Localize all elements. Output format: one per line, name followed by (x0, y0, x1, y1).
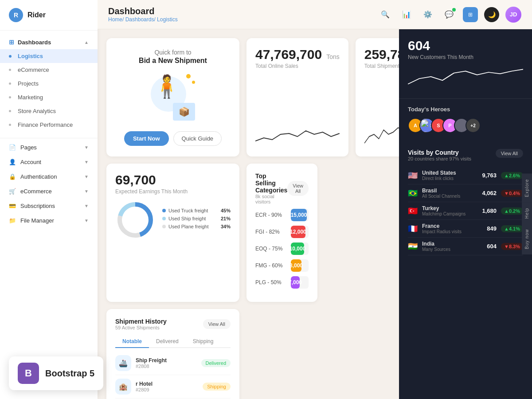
notification-dot (452, 8, 456, 12)
selling-view-all-button[interactable]: View All (287, 181, 309, 196)
shipment-history-card: Shipment History 59 Active Shipments Vie… (106, 309, 239, 399)
earnings-label: Expected Earnings This Month (115, 188, 231, 195)
help-tab[interactable]: Help (522, 202, 532, 224)
tab-notable[interactable]: Notable (115, 336, 149, 348)
sales-number: 47,769,700 (255, 47, 322, 62)
user-avatar[interactable]: JD (505, 7, 521, 23)
sidebar-item-marketing[interactable]: Marketing (0, 90, 98, 104)
chevron-down-icon: ▼ (84, 145, 89, 150)
sidebar-dashboards-label[interactable]: ⊞ Dashboards ▲ (0, 35, 98, 49)
sidebar-item-ecommerce[interactable]: eCommerce (0, 63, 98, 77)
bar-track: 15,000 (291, 209, 309, 221)
sidebar-logo[interactable]: R Rider (0, 0, 98, 31)
promo-illustration: 🧍 📦 (142, 72, 204, 121)
chevron-down-icon4: ▼ (84, 189, 89, 194)
notifications-icon[interactable]: 💬 (442, 7, 457, 22)
bar-label: FMG - 60% (255, 262, 286, 269)
grid-toggle-icon[interactable]: ⊞ (463, 7, 478, 22)
tab-shipping[interactable]: Shipping (186, 336, 221, 348)
sidebar-item-finance[interactable]: Finance Performance (0, 118, 98, 132)
second-cards-row: 69,700 Expected Earnings This Month (106, 164, 390, 302)
ship-name-2: r Hotel (136, 381, 198, 387)
heroes-section: Today's Heroes A S S P +2 (399, 99, 532, 142)
bootstrap-text: Bootstrap 5 (45, 368, 94, 379)
country-item: 🇫🇷 France Impact Radius visits 849 ▲4.1% (408, 220, 523, 238)
bar-item: ECR - 90% 15,000 (255, 209, 309, 221)
country-source: Impact Radius visits (422, 229, 474, 234)
customers-chart (408, 66, 523, 90)
bar-chart-icon[interactable]: 📊 (399, 7, 414, 22)
shipments-chart (364, 121, 399, 148)
country-change: ▲4.1% (501, 225, 523, 232)
sidebar-item-authentication[interactable]: 🔒 Authentication ▼ (0, 169, 98, 184)
sidebar-item-store-analytics[interactable]: Store Analytics (0, 104, 98, 118)
country-visits: 604 (479, 243, 497, 250)
country-name: Brasil (422, 188, 474, 194)
shipment-title: Shipment History (115, 318, 167, 325)
top-selling-card: Top Selling Categories 8k social visitor… (246, 164, 317, 302)
country-info: France Impact Radius visits (422, 223, 474, 234)
bars-container: ECR - 90% 15,000 FGI - 82% 12,000 EOQ - … (255, 209, 309, 289)
sidebar-item-pages[interactable]: 📄 Pages ▼ (0, 140, 98, 155)
bar-fill: 12,000 (291, 226, 305, 238)
selling-subtitle: 8k social visitors (255, 194, 287, 204)
country-source: Mailchimp Campaigns (422, 211, 474, 216)
bar-fill: 15,000 (291, 209, 307, 221)
ship-id-2: #2809 (136, 387, 198, 392)
earnings-card: 69,700 Expected Earnings This Month (106, 164, 239, 302)
promo-card: Quick form to Bid a New Shipment 🧍 📦 Sta… (106, 38, 239, 156)
bar-track: 7,000 (291, 276, 309, 289)
breadcrumb-current[interactable]: Logistics (157, 16, 178, 23)
sidebar-item-logistics[interactable]: Logistics (0, 49, 98, 63)
sidebar-item-account[interactable]: 👤 Account ▼ (0, 155, 98, 169)
explore-tab[interactable]: Explore (522, 174, 532, 203)
sidebar-item-subscriptions[interactable]: 💳 Subscriptions ▼ (0, 199, 98, 213)
avatars-row: A S S P +2 (408, 118, 523, 133)
earnings-number: 69,700 (115, 172, 231, 188)
file-icon: 📁 (9, 217, 16, 224)
ship-item-icon: 🚢 (115, 355, 131, 371)
selling-title: Top Selling Categories (255, 172, 287, 194)
shipment-view-all-button[interactable]: View All (203, 319, 231, 329)
buy-now-tab[interactable]: Buy now (522, 224, 532, 254)
auth-icon: 🔒 (9, 173, 16, 180)
chevron-down-icon2: ▼ (84, 160, 89, 164)
promo-buttons: Start Now Quick Guide (124, 131, 222, 146)
heroes-title: Today's Heroes (408, 106, 523, 113)
chevron-down-icon5: ▼ (84, 203, 89, 208)
side-buttons: Explore Help Buy now (522, 174, 532, 255)
settings-icon[interactable]: ⚙️ (420, 7, 435, 22)
country-name: France (422, 223, 474, 229)
start-now-button[interactable]: Start Now (124, 131, 169, 146)
sidebar-item-projects[interactable]: Projects (0, 77, 98, 90)
shipments-number: 259,786 (364, 47, 399, 62)
country-info: Turkey Mailchimp Campaigns (422, 205, 474, 216)
shipments-label: Total Shipments (364, 63, 399, 69)
country-change: ▼0.4% (501, 190, 523, 197)
selling-header: Top Selling Categories 8k social visitor… (255, 172, 309, 204)
breadcrumb: Home/ Dashboards/ Logistics (108, 16, 178, 23)
shipment-tabs: Notable Delivered Shipping (115, 336, 231, 348)
sidebar-item-filemanager[interactable]: 📁 File Manager ▼ (0, 213, 98, 228)
illustration-figure: 🧍 (153, 75, 180, 98)
visits-view-all-button[interactable]: View All (496, 149, 523, 158)
country-item: 🇮🇳 India Many Sources 604 ▼8.3% (408, 238, 523, 255)
sales-label: Total Online Sales (255, 63, 340, 69)
sales-chart (255, 121, 340, 148)
tab-delivered[interactable]: Delivered (149, 336, 186, 348)
bar-item: FMG - 60% 8,000 (255, 259, 309, 272)
ship-info: Ship Freight #2808 (136, 357, 197, 369)
shipment-item-2: 🏨 r Hotel #2809 Shipping (115, 375, 231, 399)
sidebar-dashboards-section: ⊞ Dashboards ▲ Logistics eCommerce Proje… (0, 31, 98, 136)
search-icon[interactable]: 🔍 (378, 7, 393, 22)
dark-mode-toggle[interactable]: 🌙 (484, 7, 499, 22)
total-shipments-card: 259,786 Total Shipments (356, 38, 399, 156)
header-left: Dashboard Home/ Dashboards/ Logistics (108, 6, 178, 23)
chevron-down-icon6: ▼ (84, 218, 89, 223)
ship-status-2: Shipping (203, 383, 231, 391)
account-icon: 👤 (9, 159, 16, 165)
quick-guide-button[interactable]: Quick Guide (173, 131, 222, 146)
country-flag: 🇮🇳 (408, 242, 418, 251)
header-right: 🔍 📊 ⚙️ 💬 ⊞ 🌙 JD (378, 7, 521, 23)
sidebar-item-ecommerce2[interactable]: 🛒 eCommerce ▼ (0, 184, 98, 199)
